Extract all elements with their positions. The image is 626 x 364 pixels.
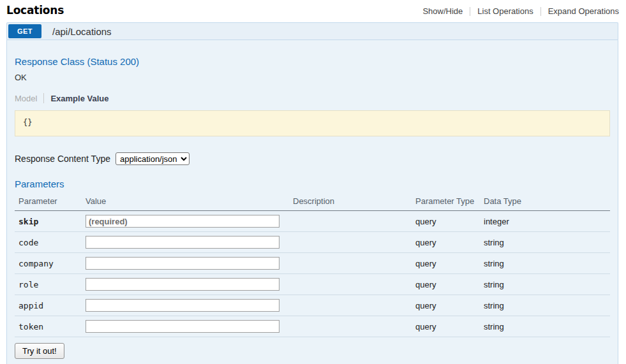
example-value-snippet: {} — [15, 110, 610, 136]
param-data-type: string — [480, 232, 610, 253]
param-value-input-appid[interactable] — [86, 299, 279, 312]
resource-header: Locations Show/Hide List Operations Expa… — [6, 4, 619, 17]
operation-content: Response Class (Status 200) OK Model Exa… — [6, 40, 618, 364]
param-type: query — [412, 295, 480, 316]
param-name: code — [15, 232, 82, 253]
param-name: skip — [15, 211, 82, 232]
param-data-type: string — [480, 316, 610, 337]
param-description — [289, 316, 412, 337]
tab-example-value[interactable]: Example Value — [44, 94, 108, 103]
param-data-type: string — [480, 295, 610, 316]
response-model-tabs: Model Example Value — [15, 93, 610, 103]
table-row-company: company query string — [15, 253, 610, 274]
param-description — [289, 295, 412, 316]
table-row-role: role query string — [15, 274, 610, 295]
param-type: query — [412, 316, 480, 337]
response-class-heading: Response Class (Status 200) — [15, 56, 610, 67]
table-row-token: token query string — [15, 316, 610, 337]
param-description — [289, 253, 412, 274]
param-name: appid — [15, 295, 82, 316]
table-row-appid: appid query string — [15, 295, 610, 316]
col-header-parameter-type: Parameter Type — [412, 194, 480, 211]
operation-path-link[interactable]: /api/Locations — [52, 26, 112, 37]
sandbox-footer: Try it out! — [15, 343, 610, 359]
operation-heading[interactable]: GET /api/Locations — [6, 22, 618, 40]
param-description — [289, 274, 412, 295]
nav-list-operations[interactable]: List Operations — [470, 6, 540, 16]
response-content-type-label: Response Content Type — [15, 154, 110, 164]
table-row-code: code query string — [15, 232, 610, 253]
param-data-type: string — [480, 253, 610, 274]
nav-show-hide[interactable]: Show/Hide — [422, 6, 470, 16]
param-type: query — [412, 232, 480, 253]
operation-block: GET /api/Locations Response Class (Statu… — [6, 22, 618, 364]
param-value-input-skip[interactable] — [86, 215, 279, 228]
col-header-value: Value — [82, 194, 289, 211]
param-name: company — [15, 253, 82, 274]
table-row-skip: skip query integer — [15, 211, 610, 232]
parameters-header-row: Parameter Value Description Parameter Ty… — [15, 194, 610, 211]
param-data-type: string — [480, 274, 610, 295]
param-value-input-company[interactable] — [86, 257, 279, 270]
nav-expand-operations[interactable]: Expand Operations — [541, 6, 619, 16]
try-it-out-button[interactable]: Try it out! — [15, 343, 64, 359]
param-name: role — [15, 274, 82, 295]
http-method-badge[interactable]: GET — [8, 24, 41, 38]
param-type: query — [412, 211, 480, 232]
col-header-data-type: Data Type — [480, 194, 610, 211]
param-value-input-code[interactable] — [86, 236, 279, 249]
tab-model[interactable]: Model — [15, 94, 43, 103]
parameters-heading: Parameters — [15, 178, 610, 189]
response-content-type-select[interactable]: application/json — [116, 152, 190, 165]
param-value-input-role[interactable] — [86, 278, 279, 291]
param-value-input-token[interactable] — [86, 320, 279, 333]
param-description — [289, 232, 412, 253]
col-header-parameter: Parameter — [15, 194, 82, 211]
response-content-type-row: Response Content Type application/json — [15, 152, 610, 165]
param-data-type: integer — [480, 211, 610, 232]
param-description — [289, 211, 412, 232]
col-header-description: Description — [289, 194, 412, 211]
param-type: query — [412, 274, 480, 295]
response-status-text: OK — [15, 73, 610, 82]
param-name: token — [15, 316, 82, 337]
param-type: query — [412, 253, 480, 274]
parameters-table: Parameter Value Description Parameter Ty… — [15, 194, 610, 337]
resource-nav: Show/Hide List Operations Expand Operati… — [422, 6, 619, 16]
page-title: Locations — [6, 4, 64, 17]
